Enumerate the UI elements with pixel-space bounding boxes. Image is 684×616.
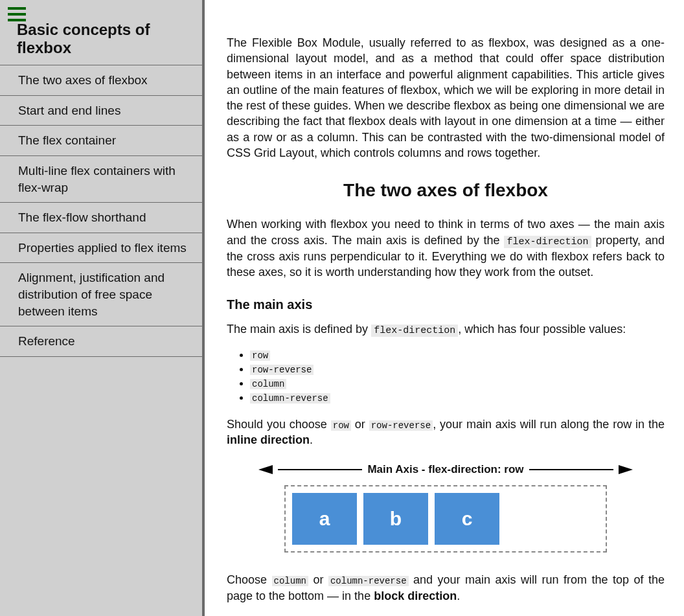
para-choose-column: Choose column or column-reverse and your… <box>227 572 665 604</box>
code-row-inline: row <box>331 420 351 431</box>
text: Should you choose <box>227 418 331 431</box>
axis-label-row: Main Axis - flex-direction: row <box>367 463 523 476</box>
section1-para1: When working with flexbox you need to th… <box>227 216 665 280</box>
code-row-reverse-inline: row-reverse <box>369 420 433 431</box>
sidebar-item-flexflow[interactable]: The flex-flow shorthand <box>0 203 202 233</box>
section-heading-two-axes: The two axes of flexbox <box>227 180 665 201</box>
sidebar-item-start-end[interactable]: Start and end lines <box>0 96 202 126</box>
text: , which has four possible values: <box>458 323 626 336</box>
text: or <box>308 573 328 586</box>
sidebar-item-multiline[interactable]: Multi-line flex containers with flex-wra… <box>0 156 202 203</box>
code-column-inline: column <box>272 576 308 586</box>
arrow-line <box>529 469 613 470</box>
code-column: column <box>250 379 286 389</box>
hamburger-menu-icon[interactable] <box>8 4 26 25</box>
value-list: row row-reverse column column-reverse <box>250 349 665 404</box>
list-item: row <box>250 349 665 361</box>
text: , your main axis will run along the row … <box>433 418 665 431</box>
bold-inline-direction: inline direction <box>227 433 310 446</box>
code-row-reverse: row-reverse <box>250 365 314 375</box>
arrow-right-icon <box>619 465 633 474</box>
subheading-main-axis: The main axis <box>227 297 665 312</box>
code-flex-direction-2: flex-direction <box>371 325 458 337</box>
flex-container-diagram: a b c <box>284 485 607 553</box>
diagram-row: Main Axis - flex-direction: row a b c <box>227 463 665 553</box>
sidebar-item-two-axes[interactable]: The two axes of flexbox <box>0 65 202 96</box>
main-content: The Flexible Box Module, usually referre… <box>205 0 684 616</box>
arrow-line <box>278 469 362 470</box>
list-item: column-reverse <box>250 392 665 404</box>
axis-arrow-row: Main Axis - flex-direction: row <box>258 463 632 476</box>
sidebar-item-props[interactable]: Properties applied to flex items <box>0 233 202 264</box>
sidebar-item-reference[interactable]: Reference <box>0 326 202 357</box>
arrow-left-icon <box>258 465 273 474</box>
text: . <box>457 589 460 602</box>
flex-item-b: b <box>363 493 428 545</box>
text: . <box>310 433 313 446</box>
code-column-reverse-inline: column-reverse <box>328 576 409 586</box>
sidebar-title: Basic concepts of flexbox <box>0 0 202 65</box>
list-item: row-reverse <box>250 363 665 375</box>
code-column-reverse: column-reverse <box>250 393 330 404</box>
sidebar-item-alignment[interactable]: Alignment, justification and distributio… <box>0 263 202 326</box>
text: or <box>351 418 369 431</box>
main-axis-intro: The main axis is defined by flex-directi… <box>227 321 665 337</box>
text: Choose <box>227 573 272 586</box>
para-choose-row: Should you choose row or row-reverse, yo… <box>227 416 665 448</box>
flex-item-c: c <box>435 493 499 545</box>
code-flex-direction: flex-direction <box>504 236 591 248</box>
intro-paragraph: The Flexible Box Module, usually referre… <box>227 35 665 161</box>
list-item: column <box>250 378 665 389</box>
text: The main axis is defined by <box>227 323 371 336</box>
bold-block-direction: block direction <box>374 589 457 602</box>
flex-item-a: a <box>292 493 357 545</box>
code-row: row <box>250 350 270 361</box>
sidebar: Basic concepts of flexbox The two axes o… <box>0 0 205 616</box>
sidebar-item-container[interactable]: The flex container <box>0 126 202 156</box>
